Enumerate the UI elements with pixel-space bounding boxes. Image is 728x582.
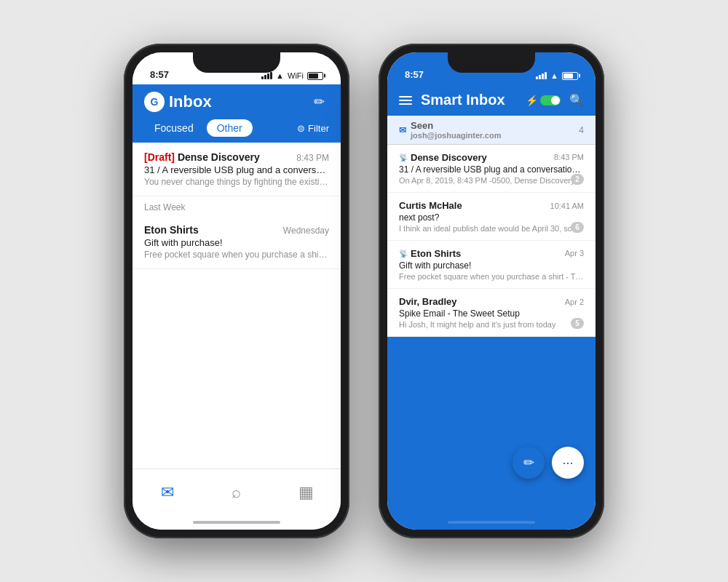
smart-email-header-0: 📡 Dense Discovery 8:43 PM: [399, 152, 584, 163]
inbox-title: Inbox: [169, 92, 212, 111]
calendar-icon-left: ▦: [298, 483, 314, 502]
tabs-row: Focused Other ⊜ Filter: [144, 119, 329, 137]
email-subject-draft: 31 / A reversible USB plug and a convers…: [144, 164, 329, 175]
tab-focused[interactable]: Focused: [144, 119, 204, 137]
email-item-header-draft: [Draft] Dense Discovery 8:43 PM: [144, 151, 329, 163]
smart-sender-3: Dvir, Bradley: [399, 296, 457, 307]
smart-subject-2: Gift with purchase!: [399, 260, 584, 271]
fab-compose-button[interactable]: ✏: [513, 447, 545, 479]
fab-more-icon: ···: [562, 455, 573, 471]
lightning-icon: ⚡: [526, 95, 538, 106]
inbox-header: G Inbox ✏ Focused Other ⊜ Filter: [132, 84, 341, 143]
signal-icon-right: [536, 72, 547, 79]
wifi-icon-left: ▲: [276, 71, 284, 80]
inbox-title-row: G Inbox ✏: [144, 92, 329, 112]
seen-section-label: ✉ Seen josh@joshuaginter.com: [399, 120, 501, 140]
signal-bar-r3: [542, 73, 544, 79]
status-time-left: 8:57: [150, 69, 169, 80]
fab-more-button[interactable]: ···: [552, 447, 584, 479]
smart-email-item-3[interactable]: Dvir, Bradley Apr 2 Spike Email - The Sw…: [387, 289, 596, 337]
fab-container: ✏ ···: [513, 447, 584, 479]
filter-button[interactable]: ⊜ Filter: [297, 123, 329, 134]
seen-envelope-icon: ✉: [399, 125, 406, 135]
status-icons-right: ▲: [536, 71, 578, 80]
smart-inbox-title: Smart Inbox: [421, 92, 505, 108]
smart-time-1: 10:41 AM: [550, 202, 584, 210]
signal-bar-r1: [536, 76, 538, 79]
smart-email-item-1[interactable]: Curtis McHale 10:41 AM next post? I thin…: [387, 193, 596, 241]
g-logo: G: [144, 92, 165, 112]
home-bar-right: [448, 521, 535, 524]
signal-bar-3: [267, 73, 269, 79]
smart-sender-1: Curtis McHale: [399, 200, 462, 211]
bottom-nav-left: ✉ ⌕ ▦: [132, 469, 341, 515]
count-badge-1: 6: [571, 222, 584, 233]
wifi-signal-left: WiFi: [288, 71, 304, 80]
smart-email-item-2[interactable]: 📡 Eton Shirts Apr 3 Gift with purchase! …: [387, 241, 596, 289]
home-indicator-left: [132, 515, 341, 530]
hamburger-line-2: [399, 100, 412, 101]
email-subject-eton: Gift with purchase!: [144, 237, 329, 248]
count-badge-0: 2: [571, 174, 584, 185]
battery-fill-left: [309, 73, 318, 79]
smart-time-3: Apr 2: [565, 298, 584, 306]
smart-time-2: Apr 3: [565, 249, 584, 258]
right-phone: 8:57 ▲: [379, 44, 604, 538]
nav-mail-left[interactable]: ✉: [149, 478, 186, 507]
draft-sender-name: Dense Discovery: [178, 151, 260, 163]
filter-icon: ⊜: [297, 123, 305, 134]
compose-button-left[interactable]: ✏: [309, 92, 329, 112]
nav-search-left[interactable]: ⌕: [218, 478, 255, 507]
smart-subject-3: Spike Email - The Sweet Setup: [399, 308, 584, 319]
tabs-left: Focused Other: [144, 119, 253, 137]
smart-sender-0: 📡 Dense Discovery: [399, 152, 487, 163]
battery-fill-right: [563, 73, 573, 79]
left-phone: 8:57 ▲ WiFi G: [124, 44, 349, 538]
toggle-track: [540, 95, 561, 105]
notch-left: [193, 52, 280, 73]
signal-bar-r4: [545, 72, 547, 79]
email-sender-eton: Eton Shirts: [144, 224, 199, 236]
draft-label: [Draft]: [144, 151, 175, 163]
smart-sender-name-3: Dvir, Bradley: [399, 296, 457, 307]
nav-calendar-left[interactable]: ▦: [288, 478, 324, 507]
email-list-left: [Draft] Dense Discovery 8:43 PM 31 / A r…: [132, 143, 341, 469]
seen-section-header: ✉ Seen josh@joshuaginter.com 4: [387, 116, 596, 145]
home-bar-left: [193, 521, 280, 524]
smart-sender-name-0: Dense Discovery: [411, 152, 487, 163]
seen-label: Seen: [411, 120, 433, 131]
wifi-icon-right: ▲: [550, 71, 558, 80]
email-preview-eton: Free pocket square when you purchase a s…: [144, 250, 329, 260]
email-item-header-eton: Eton Shirts Wednesday: [144, 224, 329, 236]
smart-preview-1: I think an ideal publish date would be A…: [399, 224, 584, 233]
smart-preview-3: Hi Josh, It might help and it's just fro…: [399, 320, 584, 329]
mail-icon-left: ✉: [161, 483, 174, 502]
signal-bar-1: [261, 76, 264, 79]
signal-icon-left: [261, 72, 272, 79]
smart-sender-name-2: Eton Shirts: [411, 248, 461, 259]
smart-sender-2: 📡 Eton Shirts: [399, 248, 461, 259]
email-item-eton[interactable]: Eton Shirts Wednesday Gift with purchase…: [132, 215, 341, 269]
seen-label-block: Seen josh@joshuaginter.com: [411, 120, 501, 140]
smart-subject-0: 31 / A reversible USB plug and a convers…: [399, 164, 584, 175]
search-icon-left: ⌕: [232, 483, 241, 502]
signal-bar-r2: [539, 75, 541, 79]
smart-email-item-0[interactable]: 📡 Dense Discovery 8:43 PM 31 / A reversi…: [387, 145, 596, 193]
hamburger-menu[interactable]: [399, 96, 412, 105]
notch-right: [448, 52, 535, 73]
lightning-toggle[interactable]: ⚡: [526, 95, 561, 106]
smart-preview-0: On Apr 8, 2019, 8:43 PM -0500, Dense Dis…: [399, 176, 584, 185]
email-time-draft: 8:43 PM: [296, 153, 329, 163]
smart-preview-2: Free pocket square when you purchase a s…: [399, 272, 584, 281]
home-indicator-right: [387, 515, 596, 530]
status-time-right: 8:57: [405, 69, 424, 80]
email-item-draft[interactable]: [Draft] Dense Discovery 8:43 PM 31 / A r…: [132, 143, 341, 196]
smart-email-header-3: Dvir, Bradley Apr 2: [399, 296, 584, 307]
rss-icon-0: 📡: [399, 154, 408, 162]
tab-other[interactable]: Other: [207, 119, 253, 137]
email-time-eton: Wednesday: [283, 226, 329, 236]
search-button-right[interactable]: 🔍: [569, 93, 584, 107]
left-phone-screen: 8:57 ▲ WiFi G: [132, 52, 341, 530]
smart-sender-name-1: Curtis McHale: [399, 200, 462, 211]
smart-time-0: 8:43 PM: [554, 153, 584, 162]
